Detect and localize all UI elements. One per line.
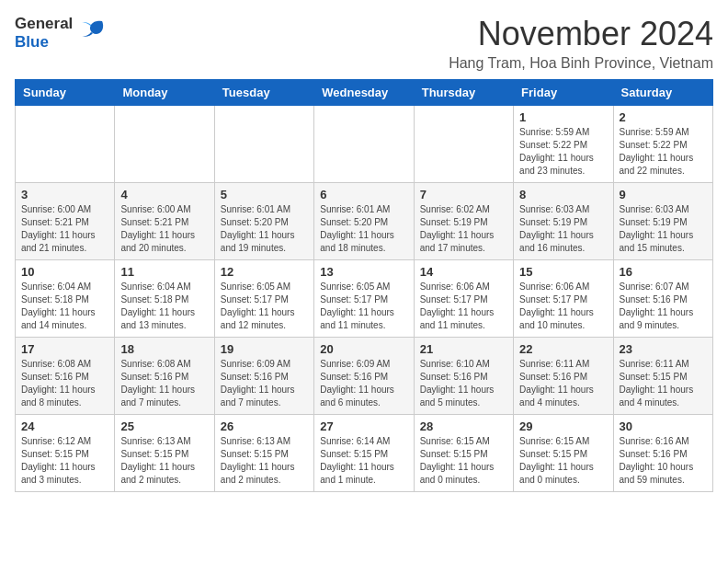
table-row: 20Sunrise: 6:09 AM Sunset: 5:16 PM Dayli…: [314, 338, 414, 415]
day-info: Sunrise: 6:06 AM Sunset: 5:17 PM Dayligh…: [420, 281, 507, 332]
page-header: General Blue November 2024 Hang Tram, Ho…: [15, 15, 713, 72]
day-number: 13: [320, 265, 407, 279]
table-row: 8Sunrise: 6:03 AM Sunset: 5:19 PM Daylig…: [514, 183, 613, 260]
day-info: Sunrise: 6:09 AM Sunset: 5:16 PM Dayligh…: [320, 358, 407, 409]
table-row: 27Sunrise: 6:14 AM Sunset: 5:15 PM Dayli…: [314, 415, 414, 492]
calendar-week-row: 10Sunrise: 6:04 AM Sunset: 5:18 PM Dayli…: [16, 260, 713, 338]
header-saturday: Saturday: [613, 80, 712, 106]
month-title: November 2024: [449, 15, 713, 53]
day-number: 25: [120, 419, 208, 433]
header-friday: Friday: [514, 80, 613, 106]
logo: General Blue: [15, 15, 106, 51]
day-number: 7: [420, 188, 507, 201]
logo-bird-icon: [76, 17, 106, 49]
logo-blue: Blue: [15, 33, 73, 52]
table-row: [16, 106, 115, 183]
day-number: 16: [620, 265, 707, 279]
table-row: 9Sunrise: 6:03 AM Sunset: 5:19 PM Daylig…: [613, 183, 712, 260]
table-row: 23Sunrise: 6:11 AM Sunset: 5:15 PM Dayli…: [613, 338, 712, 415]
day-number: 18: [120, 342, 208, 356]
table-row: 3Sunrise: 6:00 AM Sunset: 5:21 PM Daylig…: [16, 183, 115, 260]
day-info: Sunrise: 6:05 AM Sunset: 5:17 PM Dayligh…: [320, 281, 407, 332]
table-row: 30Sunrise: 6:16 AM Sunset: 5:16 PM Dayli…: [613, 415, 712, 492]
day-info: Sunrise: 6:11 AM Sunset: 5:16 PM Dayligh…: [519, 358, 607, 409]
table-row: 25Sunrise: 6:13 AM Sunset: 5:15 PM Dayli…: [115, 415, 214, 492]
day-number: 24: [21, 419, 108, 433]
table-row: 7Sunrise: 6:02 AM Sunset: 5:19 PM Daylig…: [414, 183, 513, 260]
table-row: 14Sunrise: 6:06 AM Sunset: 5:17 PM Dayli…: [414, 260, 513, 338]
header-tuesday: Tuesday: [214, 80, 313, 106]
day-number: 10: [21, 265, 108, 279]
table-row: 19Sunrise: 6:09 AM Sunset: 5:16 PM Dayli…: [214, 338, 313, 415]
day-info: Sunrise: 6:15 AM Sunset: 5:15 PM Dayligh…: [519, 435, 607, 487]
day-info: Sunrise: 5:59 AM Sunset: 5:22 PM Dayligh…: [620, 126, 707, 178]
day-info: Sunrise: 6:09 AM Sunset: 5:16 PM Dayligh…: [221, 358, 308, 409]
table-row: 21Sunrise: 6:10 AM Sunset: 5:16 PM Dayli…: [414, 338, 513, 415]
day-number: 19: [221, 342, 308, 356]
calendar-week-row: 17Sunrise: 6:08 AM Sunset: 5:16 PM Dayli…: [16, 338, 713, 415]
day-info: Sunrise: 6:13 AM Sunset: 5:15 PM Dayligh…: [120, 435, 208, 487]
day-number: 2: [620, 110, 707, 124]
day-info: Sunrise: 6:13 AM Sunset: 5:15 PM Dayligh…: [221, 435, 308, 487]
table-row: 12Sunrise: 6:05 AM Sunset: 5:17 PM Dayli…: [214, 260, 313, 338]
day-number: 4: [120, 188, 208, 201]
location-subtitle: Hang Tram, Hoa Binh Province, Vietnam: [449, 55, 713, 72]
day-number: 29: [519, 419, 607, 433]
calendar-week-row: 24Sunrise: 6:12 AM Sunset: 5:15 PM Dayli…: [16, 415, 713, 492]
day-number: 3: [21, 188, 108, 201]
day-info: Sunrise: 6:01 AM Sunset: 5:20 PM Dayligh…: [221, 203, 308, 255]
table-row: 6Sunrise: 6:01 AM Sunset: 5:20 PM Daylig…: [314, 183, 414, 260]
header-wednesday: Wednesday: [314, 80, 414, 106]
day-info: Sunrise: 6:11 AM Sunset: 5:15 PM Dayligh…: [620, 358, 707, 409]
calendar-week-row: 3Sunrise: 6:00 AM Sunset: 5:21 PM Daylig…: [16, 183, 713, 260]
day-number: 21: [420, 342, 507, 356]
table-row: [414, 106, 513, 183]
table-row: 22Sunrise: 6:11 AM Sunset: 5:16 PM Dayli…: [514, 338, 613, 415]
day-info: Sunrise: 6:14 AM Sunset: 5:15 PM Dayligh…: [320, 435, 407, 487]
day-number: 5: [221, 188, 308, 201]
day-info: Sunrise: 6:12 AM Sunset: 5:15 PM Dayligh…: [21, 435, 108, 487]
day-info: Sunrise: 6:00 AM Sunset: 5:21 PM Dayligh…: [21, 203, 108, 255]
day-info: Sunrise: 6:03 AM Sunset: 5:19 PM Dayligh…: [620, 203, 707, 255]
table-row: 29Sunrise: 6:15 AM Sunset: 5:15 PM Dayli…: [514, 415, 613, 492]
header-monday: Monday: [115, 80, 214, 106]
day-info: Sunrise: 6:02 AM Sunset: 5:19 PM Dayligh…: [420, 203, 507, 255]
day-number: 28: [420, 419, 507, 433]
day-number: 30: [620, 419, 707, 433]
day-info: Sunrise: 6:03 AM Sunset: 5:19 PM Dayligh…: [519, 203, 607, 255]
table-row: [314, 106, 414, 183]
table-row: 1Sunrise: 5:59 AM Sunset: 5:22 PM Daylig…: [514, 106, 613, 183]
table-row: 28Sunrise: 6:15 AM Sunset: 5:15 PM Dayli…: [414, 415, 513, 492]
table-row: 4Sunrise: 6:00 AM Sunset: 5:21 PM Daylig…: [115, 183, 214, 260]
table-row: 2Sunrise: 5:59 AM Sunset: 5:22 PM Daylig…: [613, 106, 712, 183]
day-number: 26: [221, 419, 308, 433]
day-number: 1: [519, 110, 607, 124]
day-number: 22: [519, 342, 607, 356]
table-row: [115, 106, 214, 183]
day-info: Sunrise: 6:05 AM Sunset: 5:17 PM Dayligh…: [221, 281, 308, 332]
day-info: Sunrise: 6:01 AM Sunset: 5:20 PM Dayligh…: [320, 203, 407, 255]
header-thursday: Thursday: [414, 80, 513, 106]
day-number: 11: [120, 265, 208, 279]
table-row: 15Sunrise: 6:06 AM Sunset: 5:17 PM Dayli…: [514, 260, 613, 338]
calendar-week-row: 1Sunrise: 5:59 AM Sunset: 5:22 PM Daylig…: [16, 106, 713, 183]
day-number: 6: [320, 188, 407, 201]
title-block: November 2024 Hang Tram, Hoa Binh Provin…: [449, 15, 713, 72]
table-row: 5Sunrise: 6:01 AM Sunset: 5:20 PM Daylig…: [214, 183, 313, 260]
table-row: 24Sunrise: 6:12 AM Sunset: 5:15 PM Dayli…: [16, 415, 115, 492]
day-info: Sunrise: 6:15 AM Sunset: 5:15 PM Dayligh…: [420, 435, 507, 487]
table-row: 13Sunrise: 6:05 AM Sunset: 5:17 PM Dayli…: [314, 260, 414, 338]
table-row: 26Sunrise: 6:13 AM Sunset: 5:15 PM Dayli…: [214, 415, 313, 492]
day-number: 20: [320, 342, 407, 356]
day-number: 12: [221, 265, 308, 279]
table-row: [214, 106, 313, 183]
day-number: 17: [21, 342, 108, 356]
day-info: Sunrise: 6:16 AM Sunset: 5:16 PM Dayligh…: [620, 435, 707, 487]
day-info: Sunrise: 6:06 AM Sunset: 5:17 PM Dayligh…: [519, 281, 607, 332]
table-row: 17Sunrise: 6:08 AM Sunset: 5:16 PM Dayli…: [16, 338, 115, 415]
day-info: Sunrise: 6:08 AM Sunset: 5:16 PM Dayligh…: [21, 358, 108, 409]
calendar-table: Sunday Monday Tuesday Wednesday Thursday…: [15, 79, 713, 492]
table-row: 18Sunrise: 6:08 AM Sunset: 5:16 PM Dayli…: [115, 338, 214, 415]
header-sunday: Sunday: [16, 80, 115, 106]
logo-general: General: [15, 15, 73, 33]
